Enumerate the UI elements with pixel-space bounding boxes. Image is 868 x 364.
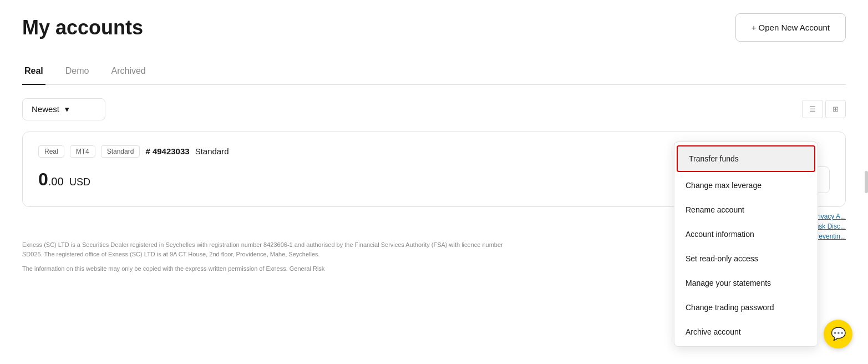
chat-icon: 💬 xyxy=(831,327,846,341)
open-new-account-button[interactable]: + Open New Account xyxy=(735,13,846,42)
badge-standard: Standard xyxy=(101,145,140,158)
scroll-indicator xyxy=(865,171,868,193)
change-max-leverage-label: Change max leverage xyxy=(686,181,762,190)
context-menu-item-rename-account[interactable]: Rename account xyxy=(674,198,818,222)
chat-button[interactable]: 💬 xyxy=(824,320,852,348)
context-menu: Transfer funds Change max leverage Renam… xyxy=(674,141,818,347)
grid-view-button[interactable]: ⊞ xyxy=(825,100,846,118)
change-trading-password-label: Change trading password xyxy=(686,303,774,312)
context-menu-item-change-max-leverage[interactable]: Change max leverage xyxy=(674,173,818,198)
list-view-button[interactable]: ☰ xyxy=(802,100,823,118)
account-number: # 49423033 xyxy=(145,146,189,156)
archive-account-label: Archive account xyxy=(686,327,741,336)
sort-label: Newest xyxy=(32,104,59,114)
tab-archived[interactable]: Archived xyxy=(109,59,148,85)
balance-decimal: .00 xyxy=(48,175,64,188)
context-menu-item-archive-account[interactable]: Archive account xyxy=(674,320,818,344)
account-information-label: Account information xyxy=(686,230,754,239)
toolbar: Newest ▾ ☰ ⊞ xyxy=(22,98,846,120)
sort-dropdown[interactable]: Newest ▾ xyxy=(22,98,105,120)
tab-demo[interactable]: Demo xyxy=(63,59,92,85)
context-menu-item-set-read-only[interactable]: Set read-only access xyxy=(674,246,818,271)
view-toggle: ☰ ⊞ xyxy=(802,100,846,118)
account-type-label: Standard xyxy=(195,146,229,156)
tab-real[interactable]: Real xyxy=(22,59,45,85)
set-read-only-label: Set read-only access xyxy=(686,254,758,263)
context-menu-item-transfer-funds[interactable]: Transfer funds xyxy=(677,145,815,172)
manage-statements-label: Manage your statements xyxy=(686,279,771,287)
account-balance: 0.00 USD xyxy=(38,169,90,190)
page-title: My accounts xyxy=(22,16,143,39)
balance-integer: 0 xyxy=(38,169,48,189)
page-header: My accounts + Open New Account xyxy=(22,13,846,42)
context-menu-item-manage-statements[interactable]: Manage your statements xyxy=(674,271,818,295)
transfer-funds-label: Transfer funds xyxy=(689,154,739,163)
context-menu-item-change-trading-password[interactable]: Change trading password xyxy=(674,295,818,320)
chevron-down-icon: ▾ xyxy=(65,104,69,114)
badge-real: Real xyxy=(38,145,64,158)
footer-text-2: The information on this website may only… xyxy=(22,264,521,274)
balance-currency: USD xyxy=(69,176,90,188)
context-menu-item-account-information[interactable]: Account information xyxy=(674,222,818,246)
footer-text-1: Exness (SC) LTD is a Securities Dealer r… xyxy=(22,240,521,260)
tabs-container: Real Demo Archived xyxy=(22,59,846,85)
rename-account-label: Rename account xyxy=(686,205,744,214)
badge-mt4: MT4 xyxy=(70,145,95,158)
